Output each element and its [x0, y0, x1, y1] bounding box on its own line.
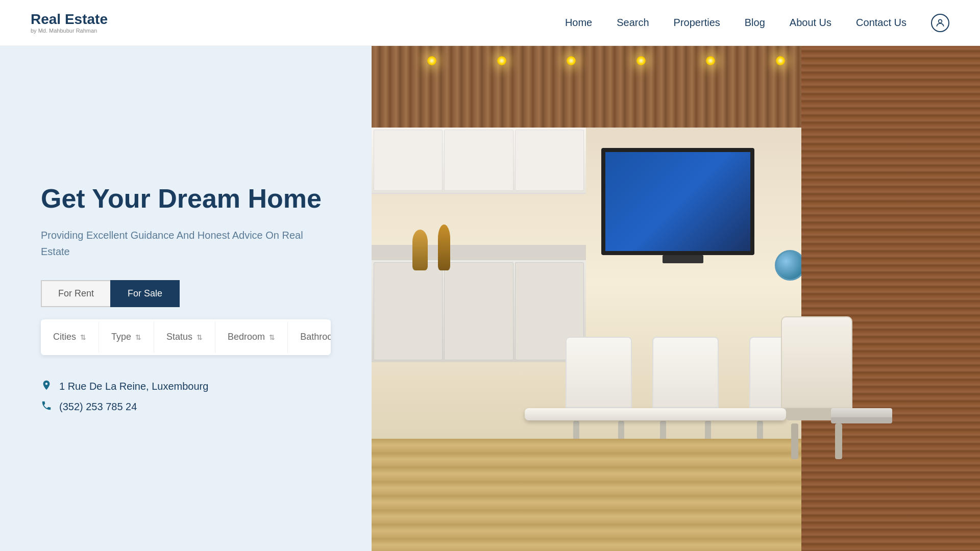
- hero-subtitle: Providing Excellent Guidance And Honest …: [41, 227, 331, 260]
- vase-2: [438, 224, 450, 270]
- laptop-base: [831, 417, 892, 423]
- hero-section: Get Your Dream Home Providing Excellent …: [0, 46, 980, 551]
- globe-decor: [775, 250, 805, 281]
- light-3: [567, 56, 576, 65]
- light-1: [427, 56, 436, 65]
- user-icon[interactable]: [931, 14, 949, 32]
- bedroom-label: Bedroom: [228, 332, 265, 342]
- property-type-tabs: For Rent For Sale: [41, 280, 331, 307]
- phone-icon: [41, 400, 52, 414]
- hero-left-panel: Get Your Dream Home Providing Excellent …: [0, 46, 372, 551]
- laptop: [831, 408, 892, 418]
- logo: Real Estate by Md. Mahbubur Rahman: [31, 12, 108, 34]
- light-4: [636, 56, 646, 65]
- status-select[interactable]: Status ⇅: [154, 321, 215, 353]
- type-label: Type: [111, 332, 131, 342]
- phone-row: (352) 253 785 24: [41, 400, 331, 414]
- accent-chair: [781, 316, 852, 459]
- lower-cabinets: [372, 260, 586, 362]
- bathroom-label: Bathroom: [300, 332, 331, 342]
- type-select[interactable]: Type ⇅: [99, 321, 154, 353]
- status-arrow-icon: ⇅: [197, 333, 203, 341]
- bedroom-select[interactable]: Bedroom ⇅: [215, 321, 288, 353]
- contact-info: 1 Rue De La Reine, Luxembourg (352) 253 …: [41, 380, 331, 414]
- type-arrow-icon: ⇅: [135, 333, 141, 341]
- cities-select[interactable]: Cities ⇅: [41, 321, 99, 353]
- tv-stand: [663, 255, 703, 263]
- tab-for-sale[interactable]: For Sale: [110, 280, 180, 307]
- chair-2-area: [652, 337, 719, 439]
- upper-cabinets: [372, 128, 586, 194]
- phone-text: (352) 253 785 24: [59, 401, 137, 413]
- nav-blog[interactable]: Blog: [745, 17, 765, 29]
- nav-home[interactable]: Home: [565, 17, 592, 29]
- tv-screen: [601, 148, 754, 255]
- light-5: [706, 56, 715, 65]
- nav-contact[interactable]: Contact Us: [856, 17, 906, 29]
- nav-search[interactable]: Search: [617, 17, 649, 29]
- address-row: 1 Rue De La Reine, Luxembourg: [41, 380, 331, 394]
- hero-image-panel: [372, 46, 980, 551]
- light-2: [497, 56, 506, 65]
- logo-title: Real Estate: [31, 12, 108, 27]
- light-6: [776, 56, 785, 65]
- room-illustration: [372, 46, 980, 551]
- dining-table: [525, 408, 786, 420]
- property-search-bar: Cities ⇅ Type ⇅ Status ⇅ Bedroom ⇅ Bathr…: [41, 319, 331, 355]
- wood-wall-right: [801, 46, 980, 551]
- tab-for-rent[interactable]: For Rent: [41, 280, 110, 307]
- nav-about[interactable]: About Us: [790, 17, 831, 29]
- logo-subtitle: by Md. Mahbubur Rahman: [31, 28, 108, 34]
- chair-1-area: [566, 337, 632, 439]
- bathroom-select[interactable]: Bathroom ⇅: [288, 321, 331, 353]
- countertop: [372, 245, 586, 260]
- status-label: Status: [166, 332, 192, 342]
- svg-point-0: [939, 19, 942, 23]
- cities-label: Cities: [53, 332, 76, 342]
- main-nav: Home Search Properties Blog About Us Con…: [565, 14, 949, 32]
- address-text: 1 Rue De La Reine, Luxembourg: [59, 381, 208, 392]
- bedroom-arrow-icon: ⇅: [269, 333, 275, 341]
- hero-title: Get Your Dream Home: [41, 183, 331, 214]
- nav-properties[interactable]: Properties: [674, 17, 720, 29]
- location-icon: [41, 380, 52, 394]
- header: Real Estate by Md. Mahbubur Rahman Home …: [0, 0, 980, 46]
- cities-arrow-icon: ⇅: [80, 333, 86, 341]
- vase-1: [412, 230, 428, 270]
